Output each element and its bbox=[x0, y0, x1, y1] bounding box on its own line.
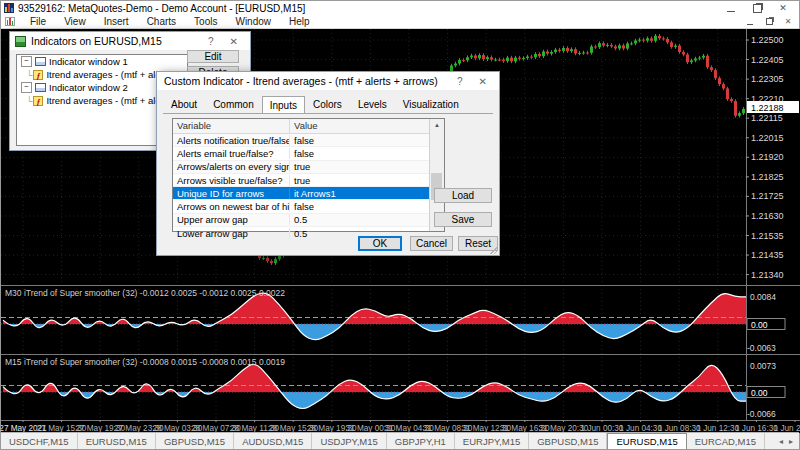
input-variable: Arrows on newest bar of higher time fra.… bbox=[173, 201, 290, 212]
symbol-tab-eurusd-m15-1[interactable]: EURUSD,M15 bbox=[78, 433, 156, 449]
pane-label: M30 iTrend of Super smoother (32) -0.001… bbox=[5, 288, 285, 298]
cancel-button[interactable]: Cancel bbox=[410, 236, 453, 251]
child-close-icon[interactable]: ✕ bbox=[783, 17, 793, 26]
tree-expand-icon[interactable]: − bbox=[21, 56, 32, 67]
mt4-window: 93529162: MetaQuotes-Demo - Demo Account… bbox=[0, 0, 800, 450]
titlebar: 93529162: MetaQuotes-Demo - Demo Account… bbox=[1, 1, 799, 15]
menu-insert[interactable]: Insert bbox=[95, 16, 138, 27]
input-value[interactable]: false bbox=[290, 135, 431, 146]
save-button[interactable]: Save bbox=[434, 212, 492, 227]
tree-item-indicator-window-1[interactable]: −Indicator window 1 bbox=[17, 55, 187, 68]
svg-text:1.22500: 1.22500 bbox=[751, 35, 784, 45]
load-button[interactable]: Load bbox=[434, 188, 492, 203]
input-row-alerts-notification-true-false[interactable]: Alerts notification true/false?false bbox=[173, 134, 431, 147]
custom-dialog-tabs: AboutCommonInputsColorsLevelsVisualizati… bbox=[163, 96, 467, 113]
symbol-tab-gbpjpy-h1-5[interactable]: GBPJPY,H1 bbox=[387, 433, 455, 449]
input-row-arrows-on-newest-bar-of-higher[interactable]: Arrows on newest bar of higher time fra.… bbox=[173, 200, 431, 213]
svg-text:1.22015: 1.22015 bbox=[751, 133, 784, 143]
menu-charts[interactable]: Charts bbox=[138, 16, 185, 27]
child-restore-icon[interactable] bbox=[764, 17, 774, 26]
input-variable: Alerts notification true/false? bbox=[173, 135, 290, 146]
menu-items: FileViewInsertChartsToolsWindowHelp bbox=[21, 16, 319, 27]
symbol-tab-eurcad-m15-9[interactable]: EURCAD,M15 bbox=[687, 433, 765, 449]
symbol-tab-gbpusd-m15-2[interactable]: GBPUSD,M15 bbox=[156, 433, 234, 449]
close-icon[interactable]: ✕ bbox=[777, 3, 789, 14]
window-controls: ✕ bbox=[725, 3, 799, 14]
menu-tools[interactable]: Tools bbox=[185, 16, 226, 27]
pane-label: M15 iTrend of Super smoother (32) -0.000… bbox=[5, 357, 285, 367]
tabs-scroll-right-icon[interactable]: ▸ bbox=[789, 437, 793, 446]
custom-indicator-icon: ƒ bbox=[33, 70, 43, 80]
svg-text:0.00: 0.00 bbox=[751, 388, 768, 398]
tree-connector: └ bbox=[26, 70, 32, 80]
input-value[interactable]: 0.5 bbox=[290, 214, 431, 225]
symbol-tab-eurjpy-m15-6[interactable]: EURJPY,M15 bbox=[455, 433, 529, 449]
svg-text:-0.0063: -0.0063 bbox=[747, 343, 776, 353]
input-row-alerts-email-true-false[interactable]: Alerts email true/false?false bbox=[173, 147, 431, 160]
input-value[interactable]: false bbox=[290, 148, 431, 159]
indicators-dialog-icon bbox=[15, 36, 26, 47]
tab-visualization[interactable]: Visualization bbox=[395, 96, 467, 113]
resize-grip[interactable] bbox=[490, 246, 498, 254]
help-icon[interactable]: ? bbox=[457, 76, 463, 87]
menu-file[interactable]: File bbox=[21, 16, 55, 27]
custom-dialog-titlebar[interactable]: Custom Indicator - Itrend averages - (mt… bbox=[157, 72, 499, 90]
symbol-tab-usdchf-m15-0[interactable]: USDCHF,M15 bbox=[1, 433, 78, 449]
tree-expand-icon[interactable]: − bbox=[21, 82, 32, 93]
menu-help[interactable]: Help bbox=[280, 16, 319, 27]
symbol-tab-audusd-m15-3[interactable]: AUDUSD,M15 bbox=[234, 433, 312, 449]
input-variable: Lower arrow gap bbox=[173, 228, 290, 239]
input-row-upper-arrow-gap[interactable]: Upper arrow gap0.5 bbox=[173, 214, 431, 227]
scrollbar-track[interactable] bbox=[430, 131, 444, 219]
child-window-controls: ✕ bbox=[745, 17, 799, 26]
column-variable: Variable bbox=[173, 119, 290, 133]
svg-text:1.21725: 1.21725 bbox=[751, 191, 784, 201]
help-icon[interactable]: ? bbox=[208, 36, 214, 47]
menu-window[interactable]: Window bbox=[226, 16, 280, 27]
input-value[interactable]: it Arrows1 bbox=[290, 188, 431, 199]
symbol-tab-gbpusd-m15-7[interactable]: GBPUSD,M15 bbox=[529, 433, 607, 449]
input-value[interactable]: false bbox=[290, 201, 431, 212]
svg-text:1.22115: 1.22115 bbox=[751, 113, 783, 123]
restore-icon[interactable] bbox=[751, 3, 763, 14]
tab-about[interactable]: About bbox=[163, 96, 205, 113]
svg-text:1.21340: 1.21340 bbox=[751, 270, 784, 280]
close-icon[interactable]: ✕ bbox=[479, 76, 487, 87]
tree-item-label: Indicator window 2 bbox=[49, 82, 128, 93]
inputs-table: Variable Value Alerts notification true/… bbox=[172, 118, 445, 232]
tab-common[interactable]: Common bbox=[205, 96, 262, 113]
edit-button[interactable]: Edit bbox=[187, 50, 239, 63]
menu-view[interactable]: View bbox=[55, 16, 95, 27]
tab-inputs[interactable]: Inputs bbox=[262, 96, 305, 114]
custom-dialog-title: Custom Indicator - Itrend averages - (mt… bbox=[164, 75, 438, 87]
current-price: 1.22188 bbox=[751, 103, 784, 113]
close-icon[interactable]: ✕ bbox=[230, 36, 238, 47]
scroll-up-icon[interactable]: ▲ bbox=[430, 119, 444, 131]
minimize-icon[interactable] bbox=[725, 3, 737, 14]
indicators-dialog-title: Indicators on EURUSD,M15 bbox=[31, 35, 162, 47]
svg-text:0.00: 0.00 bbox=[751, 320, 768, 330]
input-value[interactable]: true bbox=[290, 175, 431, 186]
tabs-underline bbox=[163, 113, 493, 114]
input-row-arrows-visible-true-false[interactable]: Arrows visible true/false?true bbox=[173, 174, 431, 187]
symbol-tabs: USDCHF,M15EURUSD,M15GBPUSD,M15AUDUSD,M15… bbox=[1, 433, 765, 449]
chart-workspace: M30 iTrend of Super smoother (32) -0.001… bbox=[1, 29, 800, 433]
svg-text:1.22305: 1.22305 bbox=[751, 74, 784, 84]
indicators-dialog-titlebar[interactable]: Indicators on EURUSD,M15 ? ✕ bbox=[10, 32, 250, 50]
tabs-scroll-left-icon[interactable]: ◂ bbox=[779, 437, 783, 446]
custom-indicator-dialog: Custom Indicator - Itrend averages - (mt… bbox=[156, 71, 500, 256]
ok-button[interactable]: OK bbox=[358, 236, 402, 251]
symbol-tab-eurusd-m15-8[interactable]: EURUSD,M15 bbox=[607, 433, 686, 449]
svg-text:1.21630: 1.21630 bbox=[751, 211, 784, 221]
input-value[interactable]: true bbox=[290, 161, 431, 172]
input-variable: Upper arrow gap bbox=[173, 214, 290, 225]
child-minimize-icon[interactable] bbox=[745, 17, 755, 26]
input-row-unique-id-for-arrows[interactable]: Unique ID for arrowsit Arrows1 bbox=[173, 187, 431, 200]
input-variable: Unique ID for arrows bbox=[173, 188, 290, 199]
column-value: Value bbox=[290, 119, 322, 133]
symbol-tab-usdjpy-m15-4[interactable]: USDJPY,M15 bbox=[312, 433, 386, 449]
tab-levels[interactable]: Levels bbox=[350, 96, 395, 113]
svg-text:-0.0066: -0.0066 bbox=[747, 409, 776, 419]
input-row-arrows-alerts-on-every-signal-[interactable]: Arrows/alerts on every signal true/false… bbox=[173, 161, 431, 174]
tab-colors[interactable]: Colors bbox=[305, 96, 350, 113]
